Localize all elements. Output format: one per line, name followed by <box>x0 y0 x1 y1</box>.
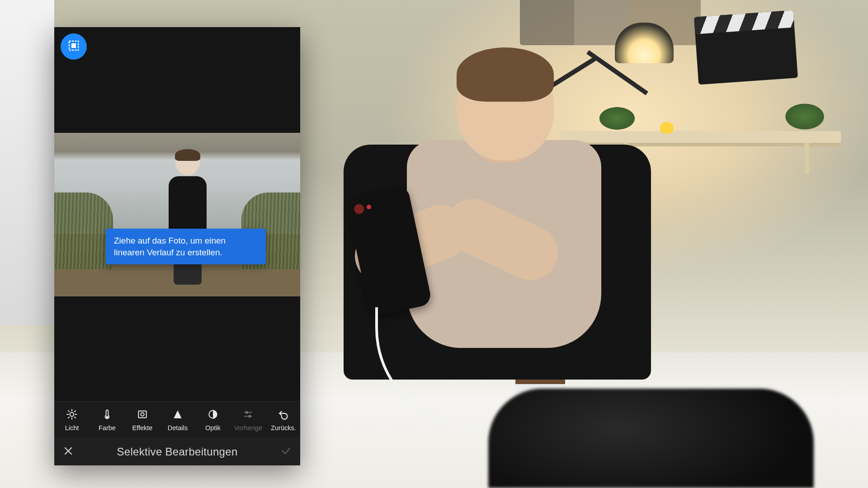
tool-label: Farbe <box>99 424 116 432</box>
tool-details[interactable]: Details <box>160 402 195 438</box>
tool-label: Vorherige <box>234 424 262 432</box>
photo-reeds <box>54 192 113 269</box>
tool-label: Licht <box>65 424 79 432</box>
monitor-edge <box>0 0 56 325</box>
mode-bar: Selektive Bearbeitungen <box>54 438 300 465</box>
tool-farbe[interactable]: Farbe <box>90 402 125 438</box>
clapperboard-prop <box>694 10 798 85</box>
rubber-duck-prop <box>660 122 674 134</box>
svg-line-8 <box>75 417 75 418</box>
linear-gradient-icon <box>67 39 80 54</box>
svg-line-9 <box>68 417 69 418</box>
svg-point-18 <box>249 415 250 417</box>
tool-vorherige: Vorherige <box>231 402 266 438</box>
hint-tooltip-text: Ziehe auf das Foto, um einen linearen Ve… <box>114 236 226 257</box>
person-hair <box>457 47 554 102</box>
svg-point-13 <box>141 413 144 416</box>
cancel-button[interactable] <box>61 444 76 460</box>
triangle-icon <box>172 408 184 422</box>
mode-title: Selektive Bearbeitungen <box>76 446 278 458</box>
camera-foreground <box>488 389 814 488</box>
linear-gradient-tool-button[interactable] <box>61 33 87 60</box>
thermometer-icon <box>101 408 113 422</box>
tool-label: Zurücks. <box>271 424 296 432</box>
close-icon <box>63 446 74 458</box>
shelf-bracket <box>805 143 809 174</box>
edit-toolbar: Licht Farbe Effekte Details <box>54 401 300 438</box>
lightroom-mobile-panel: Ziehe auf das Foto, um einen linearen Ve… <box>54 27 300 465</box>
svg-rect-12 <box>138 411 146 418</box>
hint-tooltip: Ziehe auf das Foto, um einen linearen Ve… <box>106 229 266 264</box>
plant-prop <box>592 99 642 131</box>
editor-top-area <box>54 27 300 133</box>
undo-icon <box>278 408 289 422</box>
lens-icon <box>207 408 219 422</box>
svg-point-11 <box>106 416 108 418</box>
tool-effekte[interactable]: Effekte <box>125 402 160 438</box>
editor-mid-area <box>54 296 300 401</box>
confirm-button <box>278 444 294 460</box>
tool-label: Details <box>168 424 188 432</box>
wall-shelf <box>561 131 841 146</box>
svg-point-2 <box>70 412 74 416</box>
tool-zuruecksetzen[interactable]: Zurücks. <box>266 402 301 438</box>
svg-rect-1 <box>71 43 76 48</box>
check-icon <box>281 446 292 458</box>
vignette-icon <box>137 408 148 422</box>
svg-point-16 <box>246 411 248 413</box>
plant-prop <box>778 95 832 131</box>
tool-label: Effekte <box>132 424 153 432</box>
svg-line-10 <box>75 410 75 411</box>
tool-licht[interactable]: Licht <box>54 402 90 438</box>
tool-label: Optik <box>205 424 221 432</box>
svg-line-7 <box>68 410 69 411</box>
sun-icon <box>66 408 78 422</box>
photo-canvas[interactable] <box>54 133 300 296</box>
tool-optik[interactable]: Optik <box>195 402 231 438</box>
sliders-icon <box>242 408 254 422</box>
